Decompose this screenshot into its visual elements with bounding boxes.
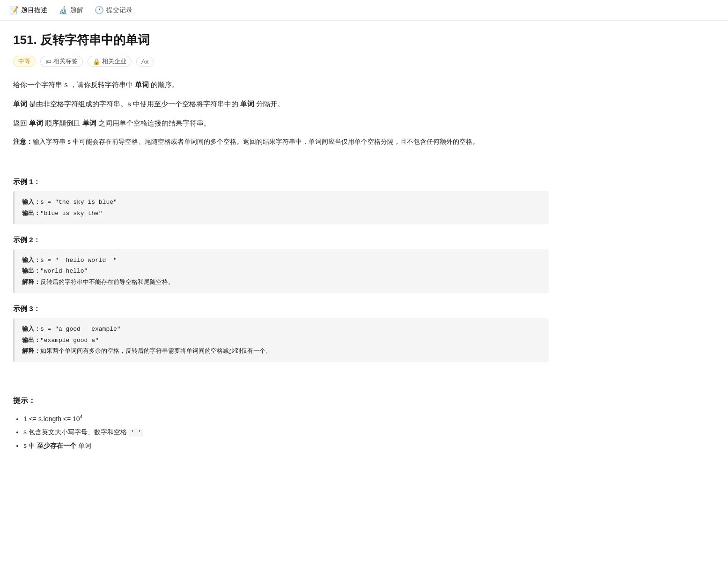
example-3-input: 输入：s = "a good example": [22, 324, 541, 335]
nav-bar: 📝 题目描述 🔬 题解 🕐 提交记录: [0, 0, 728, 21]
example-1-title: 示例 1：: [13, 178, 549, 186]
hint-item-2: s 包含英文大小写字母、数字和空格 ' ': [23, 425, 549, 439]
example-3-output: 输出："example good a": [22, 335, 541, 346]
example-3-block: 输入：s = "a good example" 输出："example good…: [13, 318, 549, 362]
example-2-title: 示例 2：: [13, 236, 549, 245]
difficulty-tag: 中等: [13, 56, 36, 67]
nav-label-description: 题目描述: [21, 6, 47, 15]
example-2-input: 输入：s = " hello world ": [22, 255, 541, 266]
example-3-explanation: 解释：如果两个单词间有多余的空格，反转后的字符串需要将单词间的空格减少到仅有一个…: [22, 346, 541, 357]
related-tags-button[interactable]: 🏷 相关标签: [40, 56, 83, 67]
nav-item-solution[interactable]: 🔬 题解: [59, 6, 83, 15]
nav-item-submissions[interactable]: 🕐 提交记录: [95, 6, 132, 15]
tags-row: 中等 🏷 相关标签 🔒 相关企业 Ax: [13, 56, 549, 67]
hint-item-1: 1 <= s.length <= 104: [23, 412, 549, 425]
example-1-block: 输入：s = "the sky is blue" 输出："blue is sky…: [13, 191, 549, 224]
example-3-title: 示例 3：: [13, 305, 549, 313]
example-1-output: 输出："blue is sky the": [22, 208, 541, 219]
company-icon: 🔒: [93, 58, 100, 65]
desc-para-3: 返回 单词 顺序颠倒且 单词 之间用单个空格连接的结果字符串。: [13, 117, 549, 129]
hints-list: 1 <= s.length <= 104 s 包含英文大小写字母、数字和空格 '…: [13, 412, 549, 452]
nav-label-submissions: 提交记录: [106, 6, 132, 15]
related-companies-button[interactable]: 🔒 相关企业: [88, 56, 132, 67]
hints-title: 提示：: [13, 396, 549, 406]
problem-title: 151. 反转字符串中的单词: [13, 32, 549, 48]
hint-item-3: s 中 至少存在一个 单词: [23, 439, 549, 452]
desc-para-2: 单词 是由非空格字符组成的字符串。s 中使用至少一个空格将字符串中的 单词 分隔…: [13, 97, 549, 110]
example-1-input: 输入：s = "the sky is blue": [22, 197, 541, 208]
ax-button[interactable]: Ax: [136, 57, 154, 67]
nav-item-description[interactable]: 📝 题目描述: [9, 6, 47, 15]
description-icon: 📝: [9, 6, 19, 15]
nav-label-solution: 题解: [70, 6, 83, 15]
example-2-output: 输出："world hello": [22, 266, 541, 276]
example-2-block: 输入：s = " hello world " 输出："world hello" …: [13, 249, 549, 293]
desc-para-1: 给你一个字符串 s ，请你反转字符串中 单词 的顺序。: [13, 78, 549, 91]
example-2-explanation: 解释：反转后的字符串中不能存在前导空格和尾随空格。: [22, 277, 541, 288]
solution-icon: 🔬: [59, 6, 68, 15]
submissions-icon: 🕐: [95, 6, 104, 15]
problem-content: 151. 反转字符串中的单词 中等 🏷 相关标签 🔒 相关企业 Ax 给你一个字…: [0, 21, 562, 471]
note-block: 注意：输入字符串 s 中可能会存在前导空格、尾随空格或者单词间的多个空格。返回的…: [13, 136, 549, 148]
tag-icon: 🏷: [45, 58, 51, 65]
